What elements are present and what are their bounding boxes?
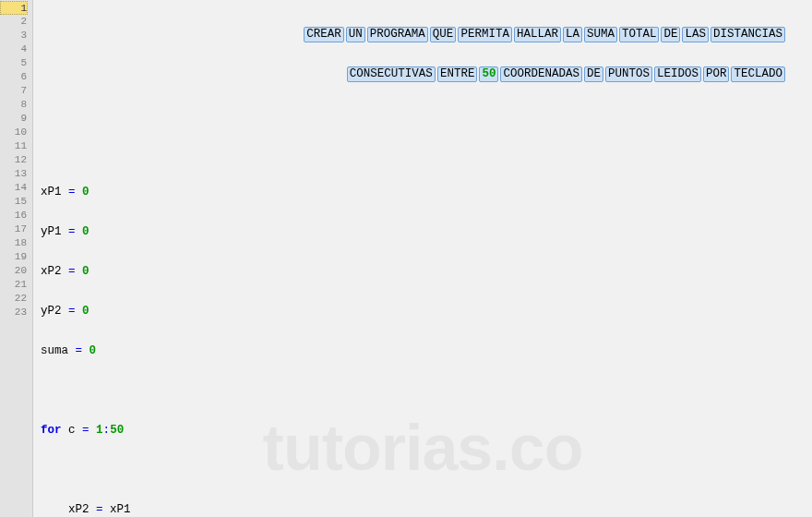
highlight-token: LAS [682, 27, 709, 42]
line-number: 4 [0, 42, 27, 56]
code-token: 0 [82, 186, 90, 198]
line-number: 20 [0, 264, 27, 278]
code-token: = [68, 265, 76, 278]
code-token: suma [41, 344, 68, 357]
code-line: for c = 1:50 [41, 424, 805, 438]
highlight-token: PROGRAMA [367, 27, 428, 42]
highlight-token: CONSECUTIVAS [347, 66, 436, 82]
line-number: 17 [0, 222, 27, 236]
highlight-token: LEIDOS [654, 66, 701, 82]
highlight-token: DE [661, 27, 680, 42]
highlight-token: ENTRE [437, 66, 478, 82]
line-number: 12 [0, 153, 27, 167]
highlight-token: TOTAL [619, 27, 660, 42]
highlight-token: LA [563, 27, 582, 42]
code-token: 1 [96, 424, 103, 437]
highlight-token: COORDENADAS [500, 66, 582, 82]
line-number: 10 [0, 126, 27, 139]
highlight-token: PERMITA [458, 27, 512, 42]
code-token: = [96, 503, 103, 516]
code-token: xP1 [110, 503, 131, 516]
code-token: c [68, 424, 76, 437]
highlight-token: 50 [479, 66, 498, 82]
highlight-token: POR [703, 66, 730, 82]
highlight-token: HALLAR [514, 27, 561, 42]
line-number: 22 [0, 292, 27, 306]
line-number: 3 [0, 29, 27, 42]
code-line: yP2 = 0 [41, 305, 805, 319]
line-number: 23 [0, 306, 27, 319]
line-number-gutter: 1 2 3 4 5 6 7 8 9 10 11 12 13 14 15 16 1… [0, 0, 33, 517]
code-token: 50 [110, 424, 124, 437]
highlight-token: UN [346, 27, 365, 42]
highlight-token: DE [584, 66, 603, 82]
line-number: 21 [0, 278, 27, 292]
line-number: 1 [0, 1, 28, 15]
line-number: 8 [0, 98, 27, 112]
code-token: yP2 [41, 305, 62, 318]
code-token: : [103, 424, 111, 437]
line-number: 11 [0, 139, 27, 153]
code-line: yP1 = 0 [41, 225, 805, 239]
code-token: = [76, 344, 83, 357]
line-number: 16 [0, 209, 27, 222]
line-number: 9 [0, 112, 27, 126]
code-token: = [82, 424, 90, 437]
code-token: = [68, 305, 76, 318]
code-token: yP1 [41, 225, 62, 238]
code-line [41, 463, 805, 477]
code-token: xP1 [41, 186, 62, 198]
code-token: xP2 [41, 265, 62, 278]
line-number: 13 [0, 167, 27, 181]
line-number: 18 [0, 236, 27, 250]
line-number: 14 [0, 181, 27, 195]
code-token: 0 [82, 225, 90, 238]
highlight-token: DISTANCIAS [710, 27, 785, 42]
code-token: 0 [82, 265, 90, 278]
code-token: = [68, 186, 76, 198]
line-number: 5 [0, 56, 27, 70]
highlight-token: PUNTOS [605, 66, 652, 82]
code-line: CREARUNPROGRAMAQUEPERMITAHALLARLASUMATOT… [41, 27, 805, 41]
code-line: xP2 = xP1 [41, 503, 805, 517]
code-editor[interactable]: 1 2 3 4 5 6 7 8 9 10 11 12 13 14 15 16 1… [0, 0, 812, 517]
highlight-token: TECLADO [731, 66, 785, 82]
code-token: 0 [90, 344, 97, 357]
code-line: CONSECUTIVASENTRE50COORDENADASDEPUNTOSLE… [41, 66, 805, 80]
line-number: 2 [0, 15, 27, 29]
line-number: 19 [0, 250, 27, 264]
highlight-token: SUMA [584, 27, 617, 42]
code-area[interactable]: CREARUNPROGRAMAQUEPERMITAHALLARLASUMATOT… [33, 0, 812, 517]
code-line: xP1 = 0 [41, 186, 805, 199]
code-line [41, 146, 805, 160]
highlight-token: CREAR [304, 27, 344, 42]
line-number: 6 [0, 70, 27, 84]
highlight-token: QUE [430, 27, 457, 42]
keyword-for: for [41, 424, 62, 437]
line-number: 15 [0, 195, 27, 209]
code-line: xP2 = 0 [41, 265, 805, 279]
code-line [41, 384, 805, 398]
code-line: suma = 0 [41, 344, 805, 358]
code-line [41, 106, 805, 120]
code-token: = [68, 225, 76, 238]
code-token: xP2 [68, 503, 90, 516]
code-token: 0 [82, 305, 90, 318]
line-number: 7 [0, 84, 27, 98]
